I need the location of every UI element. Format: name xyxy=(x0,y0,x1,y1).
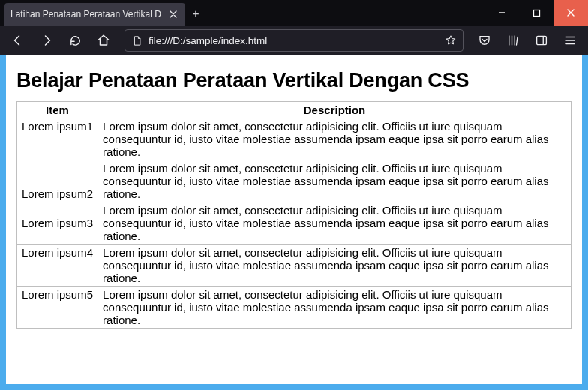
address-bar[interactable]: file:///D:/sample/index.html xyxy=(124,29,464,52)
cell-description: Lorem ipsum dolor sit amet, consectetur … xyxy=(98,202,572,244)
cell-item: Lorem ipsum1 xyxy=(17,118,98,160)
cell-description: Lorem ipsum dolor sit amet, consectetur … xyxy=(98,244,572,286)
table-row: Lorem ipsum3 Lorem ipsum dolor sit amet,… xyxy=(17,202,572,244)
window-controls xyxy=(484,0,588,26)
window-maximize-button[interactable] xyxy=(519,0,554,26)
col-item: Item xyxy=(17,102,98,118)
svg-rect-0 xyxy=(533,10,539,16)
cell-item: Lorem ipsum4 xyxy=(17,244,98,286)
app-menu-button[interactable] xyxy=(558,29,582,52)
tab-close-icon[interactable] xyxy=(167,8,179,20)
table-row: Lorem ipsum1 Lorem ipsum dolor sit amet,… xyxy=(17,118,572,160)
cell-description: Lorem ipsum dolor sit amet, consectetur … xyxy=(98,286,572,328)
table-row: Lorem ipsum4 Lorem ipsum dolor sit amet,… xyxy=(17,244,572,286)
file-icon xyxy=(131,35,142,46)
viewport: Belajar Penataan Perataan Vertikal Denga… xyxy=(0,56,588,390)
cell-description: Lorem ipsum dolor sit amet, consectetur … xyxy=(98,160,572,202)
page-title: Belajar Penataan Perataan Vertikal Denga… xyxy=(16,69,572,92)
plus-icon: + xyxy=(192,8,199,21)
cell-item: Lorem ipsum2 xyxy=(17,160,98,202)
cell-item: Lorem ipsum3 xyxy=(17,202,98,244)
new-tab-button[interactable]: + xyxy=(185,3,206,26)
bookmark-star-icon[interactable] xyxy=(445,34,457,46)
svg-rect-1 xyxy=(537,36,547,44)
pocket-button[interactable] xyxy=(472,29,496,52)
valign-table: Item Description Lorem ipsum1 Lorem ipsu… xyxy=(16,101,572,328)
forward-button[interactable] xyxy=(34,29,58,52)
table-header-row: Item Description xyxy=(17,102,572,118)
cell-description: Lorem ipsum dolor sit amet, consectetur … xyxy=(98,118,572,160)
url-text: file:///D:/sample/index.html xyxy=(148,35,267,46)
tab-strip: Latihan Penataan Perataan Vertikal D + xyxy=(0,0,484,26)
cell-item: Lorem ipsum5 xyxy=(17,286,98,328)
reload-button[interactable] xyxy=(63,29,87,52)
back-button[interactable] xyxy=(6,29,30,52)
window-close-button[interactable] xyxy=(554,0,588,26)
library-button[interactable] xyxy=(501,29,525,52)
home-button[interactable] xyxy=(92,29,116,52)
table-row: Lorem ipsum5 Lorem ipsum dolor sit amet,… xyxy=(17,286,572,328)
window-titlebar: Latihan Penataan Perataan Vertikal D + xyxy=(0,0,588,26)
browser-toolbar: file:///D:/sample/index.html xyxy=(0,26,588,56)
sidebar-button[interactable] xyxy=(530,29,554,52)
document-body[interactable]: Belajar Penataan Perataan Vertikal Denga… xyxy=(6,56,582,384)
window-minimize-button[interactable] xyxy=(484,0,519,26)
browser-tab-active[interactable]: Latihan Penataan Perataan Vertikal D xyxy=(4,3,185,26)
col-description: Description xyxy=(98,102,572,118)
table-row: Lorem ipsum2 Lorem ipsum dolor sit amet,… xyxy=(17,160,572,202)
tab-title: Latihan Penataan Perataan Vertikal D xyxy=(10,9,161,20)
